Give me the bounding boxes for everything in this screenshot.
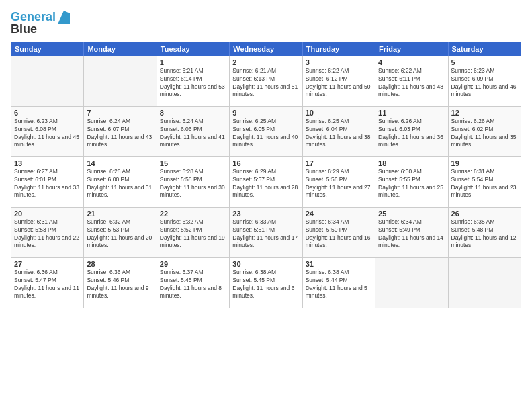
day-number: 15 bbox=[160, 159, 226, 167]
calendar-cell: 1Sunrise: 6:21 AMSunset: 6:14 PMDaylight… bbox=[157, 56, 229, 106]
day-info: Sunrise: 6:25 AMSunset: 6:05 PMDaylight:… bbox=[232, 118, 299, 150]
weekday-header-wednesday: Wednesday bbox=[230, 42, 302, 56]
day-number: 17 bbox=[306, 159, 372, 167]
day-info: Sunrise: 6:32 AMSunset: 5:53 PMDaylight:… bbox=[87, 218, 153, 250]
day-info: Sunrise: 6:31 AMSunset: 5:54 PMDaylight:… bbox=[451, 168, 518, 200]
day-number: 2 bbox=[232, 58, 299, 66]
calendar-cell: 21Sunrise: 6:32 AMSunset: 5:53 PMDayligh… bbox=[84, 207, 157, 257]
calendar-cell: 26Sunrise: 6:35 AMSunset: 5:48 PMDayligh… bbox=[448, 207, 521, 257]
calendar-week-1: 6Sunrise: 6:23 AMSunset: 6:08 PMDaylight… bbox=[11, 106, 521, 156]
calendar-cell: 11Sunrise: 6:26 AMSunset: 6:03 PMDayligh… bbox=[375, 106, 448, 156]
calendar-week-0: 1Sunrise: 6:21 AMSunset: 6:14 PMDaylight… bbox=[11, 56, 521, 106]
day-info: Sunrise: 6:22 AMSunset: 6:11 PMDaylight:… bbox=[378, 67, 445, 99]
calendar-cell: 20Sunrise: 6:31 AMSunset: 5:53 PMDayligh… bbox=[11, 207, 84, 257]
day-number: 5 bbox=[451, 58, 518, 66]
day-number: 10 bbox=[306, 109, 372, 117]
calendar-cell: 10Sunrise: 6:25 AMSunset: 6:04 PMDayligh… bbox=[302, 106, 375, 156]
day-number: 22 bbox=[160, 210, 226, 218]
day-number: 18 bbox=[378, 159, 445, 167]
day-info: Sunrise: 6:36 AMSunset: 5:47 PMDaylight:… bbox=[14, 269, 81, 301]
day-info: Sunrise: 6:28 AMSunset: 5:58 PMDaylight:… bbox=[160, 168, 226, 200]
day-info: Sunrise: 6:29 AMSunset: 5:56 PMDaylight:… bbox=[306, 168, 372, 200]
day-info: Sunrise: 6:31 AMSunset: 5:53 PMDaylight:… bbox=[14, 218, 81, 250]
day-info: Sunrise: 6:28 AMSunset: 6:00 PMDaylight:… bbox=[87, 168, 153, 200]
calendar-cell: 16Sunrise: 6:29 AMSunset: 5:57 PMDayligh… bbox=[230, 156, 302, 207]
calendar-cell bbox=[11, 56, 84, 106]
calendar-cell: 5Sunrise: 6:23 AMSunset: 6:09 PMDaylight… bbox=[448, 56, 521, 106]
day-number: 7 bbox=[87, 109, 153, 117]
calendar-table: SundayMondayTuesdayWednesdayThursdayFrid… bbox=[11, 42, 521, 308]
day-number: 29 bbox=[160, 260, 226, 268]
weekday-header-saturday: Saturday bbox=[448, 42, 521, 56]
logo-text2: Blue bbox=[11, 23, 37, 36]
day-number: 14 bbox=[87, 159, 153, 167]
day-info: Sunrise: 6:34 AMSunset: 5:49 PMDaylight:… bbox=[378, 218, 445, 250]
calendar-cell: 23Sunrise: 6:33 AMSunset: 5:51 PMDayligh… bbox=[230, 207, 302, 257]
day-number: 28 bbox=[87, 260, 153, 268]
day-number: 1 bbox=[160, 58, 226, 66]
day-info: Sunrise: 6:26 AMSunset: 6:02 PMDaylight:… bbox=[451, 118, 518, 150]
day-info: Sunrise: 6:23 AMSunset: 6:08 PMDaylight:… bbox=[14, 118, 81, 150]
calendar-cell: 12Sunrise: 6:26 AMSunset: 6:02 PMDayligh… bbox=[448, 106, 521, 156]
day-info: Sunrise: 6:22 AMSunset: 6:12 PMDaylight:… bbox=[306, 67, 372, 99]
weekday-header-tuesday: Tuesday bbox=[157, 42, 229, 56]
day-number: 16 bbox=[232, 159, 299, 167]
weekday-header-friday: Friday bbox=[375, 42, 448, 56]
calendar-cell: 27Sunrise: 6:36 AMSunset: 5:47 PMDayligh… bbox=[11, 257, 84, 308]
logo-bird-icon bbox=[58, 11, 70, 24]
calendar-cell: 28Sunrise: 6:36 AMSunset: 5:46 PMDayligh… bbox=[84, 257, 157, 308]
calendar-cell bbox=[84, 56, 157, 106]
calendar-cell: 7Sunrise: 6:24 AMSunset: 6:07 PMDaylight… bbox=[84, 106, 157, 156]
day-number: 12 bbox=[451, 109, 518, 117]
day-number: 20 bbox=[14, 210, 81, 218]
day-number: 21 bbox=[87, 210, 153, 218]
day-info: Sunrise: 6:38 AMSunset: 5:45 PMDaylight:… bbox=[232, 269, 299, 301]
day-number: 25 bbox=[378, 210, 445, 218]
day-info: Sunrise: 6:37 AMSunset: 5:45 PMDaylight:… bbox=[160, 269, 226, 301]
calendar-cell bbox=[375, 257, 448, 308]
day-number: 8 bbox=[160, 109, 226, 117]
svg-marker-0 bbox=[58, 11, 70, 24]
calendar-week-3: 20Sunrise: 6:31 AMSunset: 5:53 PMDayligh… bbox=[11, 207, 521, 257]
day-number: 3 bbox=[306, 58, 372, 66]
header: General Blue bbox=[11, 11, 521, 36]
day-info: Sunrise: 6:27 AMSunset: 6:01 PMDaylight:… bbox=[14, 168, 81, 200]
day-info: Sunrise: 6:33 AMSunset: 5:51 PMDaylight:… bbox=[232, 218, 299, 250]
calendar-week-4: 27Sunrise: 6:36 AMSunset: 5:47 PMDayligh… bbox=[11, 257, 521, 308]
day-number: 9 bbox=[232, 109, 299, 117]
calendar-cell: 31Sunrise: 6:38 AMSunset: 5:44 PMDayligh… bbox=[302, 257, 375, 308]
calendar-cell: 18Sunrise: 6:30 AMSunset: 5:55 PMDayligh… bbox=[375, 156, 448, 207]
weekday-header-monday: Monday bbox=[84, 42, 157, 56]
calendar-cell: 24Sunrise: 6:34 AMSunset: 5:50 PMDayligh… bbox=[302, 207, 375, 257]
calendar-cell: 14Sunrise: 6:28 AMSunset: 6:00 PMDayligh… bbox=[84, 156, 157, 207]
day-info: Sunrise: 6:24 AMSunset: 6:07 PMDaylight:… bbox=[87, 118, 153, 150]
calendar-cell: 2Sunrise: 6:21 AMSunset: 6:13 PMDaylight… bbox=[230, 56, 302, 106]
calendar-cell: 30Sunrise: 6:38 AMSunset: 5:45 PMDayligh… bbox=[230, 257, 302, 308]
calendar-cell bbox=[448, 257, 521, 308]
day-info: Sunrise: 6:25 AMSunset: 6:04 PMDaylight:… bbox=[306, 118, 372, 150]
calendar-cell: 6Sunrise: 6:23 AMSunset: 6:08 PMDaylight… bbox=[11, 106, 84, 156]
day-number: 4 bbox=[378, 58, 445, 66]
weekday-header-row: SundayMondayTuesdayWednesdayThursdayFrid… bbox=[11, 42, 521, 56]
day-number: 30 bbox=[232, 260, 299, 268]
calendar-cell: 19Sunrise: 6:31 AMSunset: 5:54 PMDayligh… bbox=[448, 156, 521, 207]
day-info: Sunrise: 6:32 AMSunset: 5:52 PMDaylight:… bbox=[160, 218, 226, 250]
calendar-cell: 29Sunrise: 6:37 AMSunset: 5:45 PMDayligh… bbox=[157, 257, 229, 308]
day-number: 6 bbox=[14, 109, 81, 117]
calendar-cell: 25Sunrise: 6:34 AMSunset: 5:49 PMDayligh… bbox=[375, 207, 448, 257]
page: General Blue SundayMondayTuesdayWednesda… bbox=[0, 0, 532, 411]
day-number: 23 bbox=[232, 210, 299, 218]
day-number: 11 bbox=[378, 109, 445, 117]
day-number: 24 bbox=[306, 210, 372, 218]
calendar-cell: 3Sunrise: 6:22 AMSunset: 6:12 PMDaylight… bbox=[302, 56, 375, 106]
weekday-header-sunday: Sunday bbox=[11, 42, 84, 56]
calendar-cell: 15Sunrise: 6:28 AMSunset: 5:58 PMDayligh… bbox=[157, 156, 229, 207]
day-number: 19 bbox=[451, 159, 518, 167]
day-info: Sunrise: 6:21 AMSunset: 6:13 PMDaylight:… bbox=[232, 67, 299, 99]
day-number: 31 bbox=[306, 260, 372, 268]
day-info: Sunrise: 6:34 AMSunset: 5:50 PMDaylight:… bbox=[306, 218, 372, 250]
day-number: 26 bbox=[451, 210, 518, 218]
calendar-cell: 17Sunrise: 6:29 AMSunset: 5:56 PMDayligh… bbox=[302, 156, 375, 207]
calendar-cell: 8Sunrise: 6:24 AMSunset: 6:06 PMDaylight… bbox=[157, 106, 229, 156]
day-info: Sunrise: 6:24 AMSunset: 6:06 PMDaylight:… bbox=[160, 118, 226, 150]
